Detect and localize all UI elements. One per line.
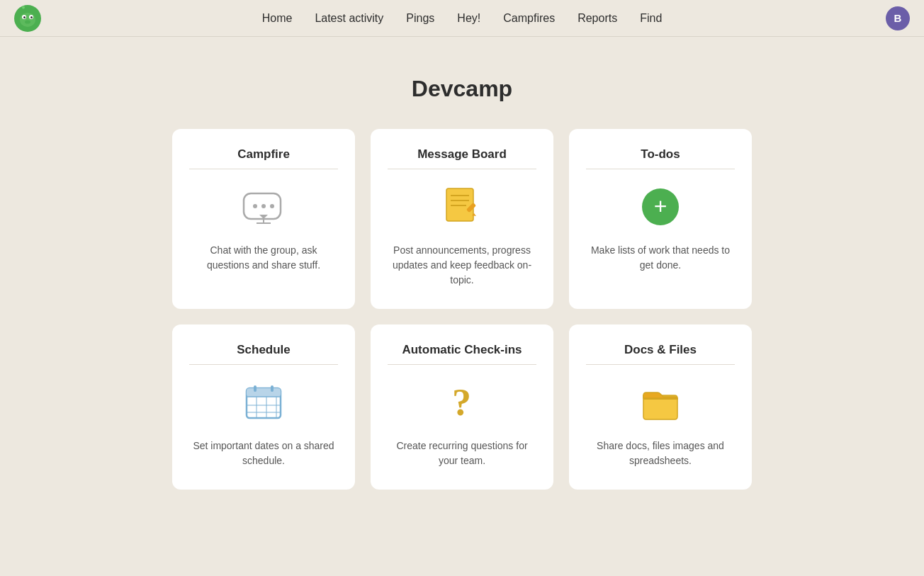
- schedule-title: Schedule: [237, 343, 291, 357]
- user-avatar[interactable]: B: [886, 6, 910, 30]
- nav-pings[interactable]: Pings: [406, 12, 434, 25]
- navigation: Home Latest activity Pings Hey! Campfire…: [0, 0, 924, 36]
- checkins-title: Automatic Check-ins: [402, 343, 522, 357]
- nav-home[interactable]: Home: [262, 12, 293, 25]
- schedule-desc: Set important dates on a shared schedule…: [189, 439, 338, 468]
- svg-point-6: [25, 20, 30, 23]
- todos-card[interactable]: To-dos + Make lists of work that needs t…: [569, 129, 752, 309]
- campfire-title: Campfire: [237, 147, 290, 162]
- svg-point-8: [22, 6, 25, 9]
- campfire-divider: [189, 169, 338, 169]
- message-board-desc: Post announcements, progress updates and…: [388, 243, 536, 288]
- todos-desc: Make lists of work that needs to get don…: [586, 243, 735, 273]
- checkins-icon: ?: [439, 379, 485, 426]
- nav-hey[interactable]: Hey!: [457, 12, 480, 25]
- svg-point-5: [30, 16, 33, 18]
- docs-desc: Share docs, files images and spreadsheet…: [586, 439, 735, 468]
- svg-rect-30: [254, 385, 257, 392]
- page-title: Devcamp: [412, 76, 512, 102]
- svg-point-12: [270, 204, 274, 208]
- svg-point-10: [253, 204, 257, 208]
- campfire-card[interactable]: Campfire Chat with the group, ask questi…: [172, 129, 355, 309]
- docs-icon: [637, 379, 684, 426]
- todos-divider: [586, 169, 735, 169]
- svg-rect-31: [271, 385, 274, 392]
- nav-find[interactable]: Find: [640, 12, 662, 25]
- todos-plus: +: [654, 195, 667, 218]
- checkins-divider: [388, 364, 536, 365]
- svg-text:?: ?: [452, 381, 471, 424]
- schedule-icon: [240, 379, 287, 426]
- campfire-desc: Chat with the group, ask questions and s…: [189, 243, 338, 273]
- checkins-desc: Create recurring questions for your team…: [388, 439, 536, 468]
- main-content: Devcamp Campfire Chat with the group, as…: [0, 37, 924, 490]
- campfire-icon: [240, 183, 287, 230]
- message-board-icon: [439, 183, 485, 230]
- todos-icon: +: [637, 183, 684, 230]
- docs-title: Docs & Files: [624, 343, 697, 357]
- todos-title: To-dos: [641, 147, 680, 162]
- checkins-card[interactable]: Automatic Check-ins ? Create recurring q…: [371, 324, 553, 490]
- message-board-divider: [388, 169, 536, 169]
- nav-links: Home Latest activity Pings Hey! Campfire…: [262, 12, 663, 25]
- schedule-divider: [189, 364, 338, 365]
- feature-grid: Campfire Chat with the group, ask questi…: [172, 129, 752, 490]
- docs-divider: [586, 364, 735, 365]
- docs-card[interactable]: Docs & Files Share docs, files images an…: [569, 324, 752, 490]
- nav-reports[interactable]: Reports: [578, 12, 617, 25]
- svg-point-4: [23, 16, 26, 18]
- svg-point-11: [261, 204, 266, 208]
- app-logo[interactable]: [14, 5, 41, 32]
- schedule-card[interactable]: Schedule: [172, 324, 355, 490]
- message-board-title: Message Board: [417, 147, 507, 162]
- svg-point-1: [20, 13, 35, 27]
- nav-latest-activity[interactable]: Latest activity: [315, 12, 383, 25]
- nav-campfires[interactable]: Campfires: [503, 12, 555, 25]
- svg-rect-23: [247, 388, 281, 397]
- message-board-card[interactable]: Message Board Post announcements, progre…: [371, 129, 553, 309]
